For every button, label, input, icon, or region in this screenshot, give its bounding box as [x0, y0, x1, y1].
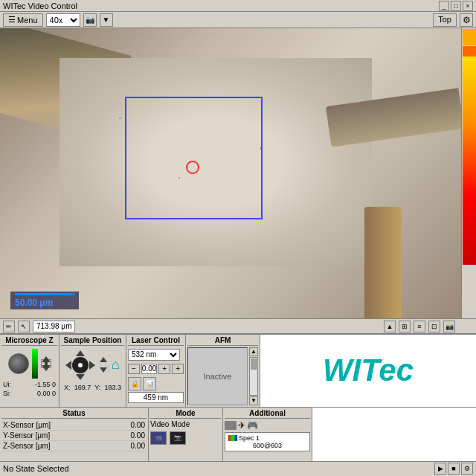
witec-logo-text: WITec [323, 353, 414, 387]
down-arrow-icon[interactable]: ▼ [100, 13, 113, 27]
sample-z-up-button[interactable] [98, 356, 109, 364]
laser-nm-display: 459 nm [128, 392, 184, 403]
z-nav-icon [41, 359, 51, 368]
y-sensor-val: 0.00 [109, 430, 147, 440]
toolbar: ☰ Menu 40x 10x 20x 100x 📷 ▼ Top ⚙ [0, 12, 476, 28]
laser-plus-button[interactable]: + [158, 364, 170, 374]
afm-scroll-down[interactable]: ▼ [249, 396, 258, 405]
layers-icon[interactable]: ≡ [414, 321, 425, 332]
sample-y-label: Y: [94, 384, 100, 391]
play-button[interactable]: ▶ [434, 463, 446, 475]
table-row: Y-Sensor [μm] 0.00 [1, 430, 147, 440]
color-strip-bottom [463, 265, 476, 318]
status-row: Status X-Sensor [μm] 0.00 Y-Sensor [μm] … [0, 407, 476, 461]
z-sensor-val: 0.00 [109, 440, 147, 451]
scale-line [15, 293, 74, 295]
afm-content: Inactive ▲ ▼ [187, 347, 258, 405]
video-row: 50.00 μm [0, 28, 476, 318]
ui-label: Ui: [3, 381, 11, 388]
sample-controls: ⌂ [61, 347, 124, 383]
bottom-gear-icon[interactable]: ⚙ [461, 463, 473, 475]
laser-power-value: 0.00 [142, 364, 156, 373]
svg-rect-1 [45, 362, 48, 365]
z-level-bar [32, 349, 38, 379]
microscope-disk [8, 353, 29, 374]
sample-z-down-button[interactable] [98, 366, 109, 375]
right-strip [461, 28, 476, 318]
color-strip-gradient [463, 57, 476, 265]
laser-nm-value: 459 nm [144, 393, 168, 402]
needle-br [364, 207, 402, 318]
title-bar-buttons: _ □ × [439, 1, 473, 11]
grid-icon[interactable]: ⊞ [399, 321, 411, 332]
crop-icon[interactable]: ⊡ [428, 321, 440, 332]
sample-x-label: X: [64, 384, 71, 391]
screenshot-icon[interactable]: 📸 [443, 321, 455, 332]
video-main: 50.00 μm [0, 28, 461, 318]
additional-icon1 [225, 421, 237, 430]
laser-minus-button[interactable]: − [128, 364, 140, 374]
scope-view: 50.00 μm [0, 28, 461, 318]
sample-down-button[interactable] [76, 374, 85, 380]
home-icon[interactable]: ⌂ [112, 357, 120, 373]
status-bar: No State Selected ▶ ■ ⚙ [0, 461, 476, 476]
menu-button[interactable]: ☰ Menu [3, 13, 43, 27]
spectrum-icon [228, 435, 237, 441]
ui-val: -1.55 0 [35, 381, 56, 388]
spec-row: Spec 1 [228, 434, 306, 442]
sample-right-button[interactable] [89, 361, 95, 370]
camera-icon[interactable]: 📷 [83, 13, 97, 27]
laser-icon1[interactable]: 🔒 [128, 377, 141, 390]
laser-control-panel: Laser Control 532 nm − 0.00 + + 🔒 📊 459 … [126, 335, 186, 407]
draw-icon[interactable]: ✏ [3, 321, 15, 332]
z-sensor-label: Z-Sensor [μm] [1, 440, 109, 451]
minimize-button[interactable]: _ [439, 1, 449, 11]
laser-icons-row: 🔒 📊 [128, 377, 184, 390]
microscope-z-panel: Microscope Z Ui: -1 [0, 335, 60, 407]
afm-title: AFM [187, 336, 258, 346]
sample-up-button[interactable] [76, 350, 85, 356]
laser-wavelength-select[interactable]: 532 nm [128, 349, 180, 361]
sample-nav [65, 350, 95, 380]
coord-display: 713.98 μm [33, 321, 75, 332]
table-row: X-Sensor [μm] 0.00 [1, 420, 147, 431]
sample-x-val: 169.7 [74, 384, 91, 391]
video-mode-label: Video Mode [150, 420, 221, 428]
afm-scroll-track [249, 357, 258, 396]
menu-label: Menu [17, 16, 38, 25]
spec-label: Spec 1 [239, 434, 260, 442]
maximize-button[interactable]: □ [451, 1, 461, 11]
afm-status-text: Inactive [204, 372, 232, 381]
video-mode-photo-button[interactable]: 📷 [170, 431, 186, 445]
laser-control-row: − 0.00 + + [128, 364, 184, 374]
laser-icon2[interactable]: 📊 [143, 377, 156, 390]
microscope-z-si: Si: 0.00 0 [1, 389, 57, 398]
microscope-z-values: Ui: -1.55 0 [1, 380, 57, 389]
gear-icon: ⚙ [464, 465, 470, 472]
top-button[interactable]: Top [433, 13, 457, 27]
stop-button[interactable]: ■ [448, 463, 460, 475]
mountain-icon[interactable]: ▲ [384, 321, 396, 332]
coord-text: 713.98 μm [36, 322, 71, 330]
magnification-select[interactable]: 40x 10x 20x 100x [46, 13, 80, 27]
settings-icon[interactable]: ⚙ [460, 13, 473, 27]
additional-panel: Additional ✈ 🎮 Spec 1 600@603 [223, 408, 312, 461]
afm-scroll-thumb [251, 358, 258, 370]
si-val: 0.00 0 [37, 390, 56, 397]
sample-left-button[interactable] [65, 361, 71, 370]
scale-bar-text: 50.00 μm [15, 298, 53, 308]
additional-icons-row: ✈ 🎮 [225, 420, 310, 431]
sensor-table: X-Sensor [μm] 0.00 Y-Sensor [μm] 0.00 Z-… [1, 420, 147, 451]
additional-title: Additional [225, 409, 310, 419]
pointer-icon[interactable]: ↖ [18, 321, 30, 332]
laser-plus2-button[interactable]: + [172, 364, 184, 374]
afm-scroll-up[interactable]: ▲ [249, 347, 258, 356]
video-mode-camera-button[interactable]: 📹 [150, 431, 167, 445]
afm-scroll: ▲ ▼ [249, 347, 258, 405]
control-panels: Microscope Z Ui: -1 [0, 334, 476, 407]
sample-center-dot [78, 363, 83, 367]
stop-icon: ■ [451, 465, 455, 472]
close-button[interactable]: × [463, 1, 473, 11]
mode-panel: Mode Video Mode 📹 📷 [149, 408, 223, 461]
scan-rectangle [125, 97, 263, 219]
